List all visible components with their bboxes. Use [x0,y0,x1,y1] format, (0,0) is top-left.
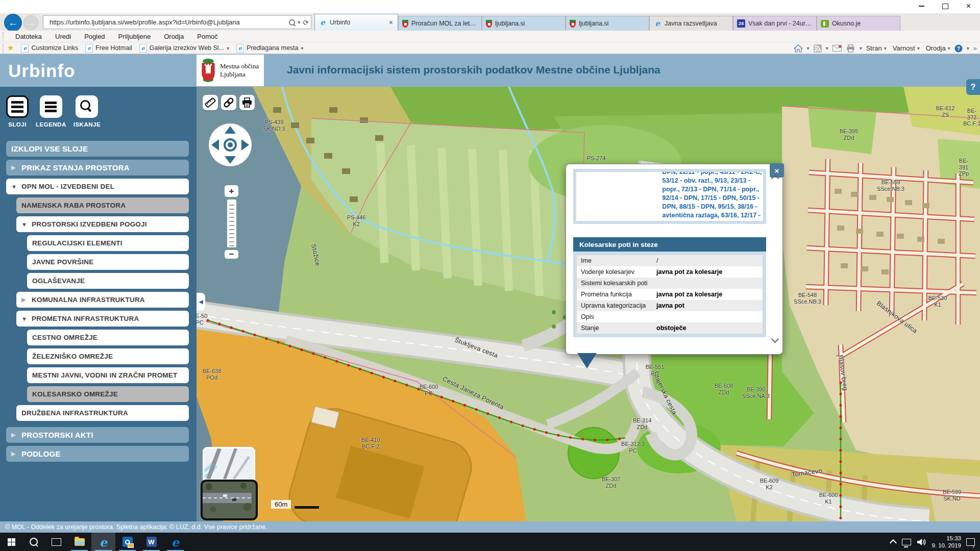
layer-tree-item[interactable]: ▼ PROMETNA INFRASTRUKTURA [16,311,189,327]
layer-tree-item[interactable]: ▶ PODLOGE [6,446,189,462]
scroll-down-icon[interactable] [771,335,779,343]
home-icon[interactable] [794,44,803,53]
favorites-star-icon[interactable]: ★ [7,43,14,53]
sidebar-tool[interactable]: SLOJI [6,95,29,128]
menu-item[interactable]: Pomoč [197,33,217,40]
layer-tree-item[interactable]: CESTNO OMREŽJE [27,330,189,345]
address-bar[interactable]: https://urbinfo.ljubljana.si/web/profile… [43,15,311,29]
layer-tree-item[interactable]: ▶ KOMUNALNA INFRASTRUKTURA [16,292,189,308]
taskbar-search-icon[interactable] [22,533,45,551]
favorite-link[interactable]: Galerija izrezkov Web Sl... ▾ [139,44,229,53]
popup-scroll-region[interactable]: DPN, 22/11 - popr., 43/11 - ZKZ-C, 53/12… [573,169,766,224]
layer-tree-item[interactable]: ▼ OPN MOL - IZVEDBENI DEL [6,179,189,194]
layer-tree-item[interactable]: ▶ PRIKAZ STANJA PROSTORA [6,160,189,176]
help-icon[interactable]: ? [954,44,963,53]
layer-tree-item[interactable]: MESTNI JAVNI, VODNI IN ZRAČNI PROMET [27,367,189,383]
layer-tree-item[interactable]: ▶ PROSTORSKI AKTI [6,427,189,443]
menu-item[interactable]: Uredi [55,33,71,40]
chevron-down-icon[interactable]: ▾ [298,19,300,25]
measure-tool-button[interactable] [203,95,218,110]
zoom-slider[interactable] [227,199,236,247]
print-map-button[interactable] [239,95,255,110]
task-view-icon[interactable] [45,533,67,551]
overview-map-aerial[interactable] [201,480,258,520]
refresh-icon[interactable]: ⟳ [303,18,309,27]
clock[interactable]: 15:33 9. 10. 2019 [932,535,961,549]
chevron-down-icon[interactable]: ▾ [826,45,828,51]
word-icon[interactable]: W [139,533,163,551]
overflow-icon[interactable]: » [973,44,977,52]
browser-tab[interactable]: 24 Vsak dan prvi - 24ur.com [733,16,817,31]
start-button[interactable] [0,533,22,551]
sidebar-tool[interactable]: LEGENDA [36,95,66,128]
favorite-link[interactable]: Customize Links [21,44,78,53]
browser-tab[interactable]: Urbinfo × [314,14,398,31]
forward-button[interactable]: → [23,15,38,30]
browser-tab[interactable]: ljubljana.si [482,16,566,31]
zoom-out-button[interactable]: − [225,250,238,259]
browser-tab[interactable]: Javna razsvetljava [649,16,733,31]
zoom-in-button[interactable]: + [225,185,238,197]
layer-tree-item[interactable]: NAMENSKA RABA PROSTORA [16,197,189,213]
browser-tab[interactable]: Okusno.je [817,16,900,31]
search-icon[interactable] [289,19,295,26]
tool-button[interactable] [76,95,98,118]
menu-item[interactable]: Pogled [84,33,105,40]
layer-tree-item[interactable]: DRUŽBENA INFRASTRUKTURA [16,405,189,421]
map-viewport[interactable]: PS-439 SK.ND:3PS-446 K2PS-274StožiceŠtuk… [197,87,980,521]
edge-icon[interactable]: e [163,533,187,551]
expand-arrow-icon[interactable]: ▶ [11,450,21,457]
overview-map-roads[interactable] [203,447,255,484]
expand-arrow-icon[interactable]: ▶ [11,432,21,438]
menu-item[interactable]: Orodja [164,33,184,40]
back-button[interactable]: ← [4,14,22,32]
minimize-icon[interactable] [910,0,933,12]
volume-icon[interactable] [917,538,926,546]
layer-tree-item[interactable]: ▼ PROSTORSKI IZVEDBENI POGOJI [16,216,189,232]
favorite-link[interactable]: Free Hotmail [85,44,132,53]
network-icon[interactable] [902,539,911,545]
browser-tab[interactable]: ljubljana.si [566,16,649,31]
layer-tree-item[interactable]: OGLAŠEVANJE [27,273,189,289]
outlook-icon[interactable]: O [115,533,139,551]
favorite-link[interactable]: Predlagana mesta ▾ [236,44,303,53]
tool-button[interactable] [40,95,62,118]
layer-tree-item[interactable]: KOLESARSKO OMREŽJE [27,386,189,402]
layer-tree-item[interactable]: JAVNE POVRŠINE [27,254,189,270]
layer-tree-item[interactable]: ŽELEZNIŠKO OMREŽJE [27,348,189,364]
maximize-icon[interactable] [934,0,957,12]
close-icon[interactable]: × [957,0,980,12]
file-explorer-icon[interactable] [67,533,91,551]
expand-arrow-icon[interactable]: ▶ [11,164,21,171]
tray-expand-icon[interactable] [890,539,897,546]
command-dropdown[interactable]: Orodja ▾ [926,44,950,52]
layer-tree-item[interactable]: IZKLOPI VSE SLOJE [6,141,189,157]
internet-explorer-icon[interactable]: e [91,533,115,551]
rss-icon[interactable] [814,44,822,53]
expand-arrow-icon[interactable]: ▼ [11,184,21,190]
tool-button[interactable] [6,95,29,118]
action-center-icon[interactable] [966,538,975,546]
layer-tree-item[interactable]: REGULACIJSKI ELEMENTI [27,235,189,251]
sidebar-tool[interactable]: ISKANJE [74,95,101,128]
map-help-button[interactable]: ? [966,79,980,95]
chevron-down-icon[interactable]: ▾ [860,45,862,51]
command-dropdown[interactable]: Varnost ▾ [893,44,920,52]
browser-tab[interactable]: Proračun MOL za leto 20... [398,16,482,31]
menu-item[interactable]: Priljubljene [118,33,151,40]
tab-close-icon[interactable]: × [388,18,394,27]
print-icon[interactable] [846,44,855,53]
link-tool-button[interactable] [221,95,236,110]
expand-arrow-icon[interactable]: ▶ [21,296,32,303]
url-text[interactable]: https://urbinfo.ljubljana.si/web/profile… [50,18,289,26]
expand-arrow-icon[interactable]: ▼ [21,221,32,228]
expand-arrow-icon[interactable]: ▼ [21,316,32,322]
mail-icon[interactable] [832,45,842,52]
sidebar-collapse-handle[interactable]: ◀ [197,293,205,311]
menu-item[interactable]: Datoteka [15,33,42,40]
command-dropdown[interactable]: Stran ▾ [866,44,887,52]
chevron-down-icon[interactable]: ▾ [807,45,810,51]
popup-close-button[interactable]: × [770,163,784,178]
chevron-down-icon[interactable]: ▾ [967,45,969,51]
pan-control[interactable] [208,122,253,169]
